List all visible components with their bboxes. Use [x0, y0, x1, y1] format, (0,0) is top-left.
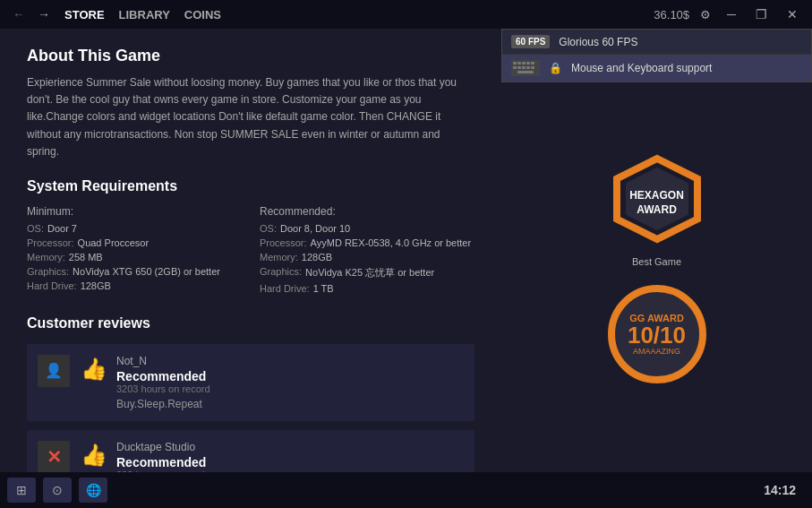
start-button[interactable]: ⊞: [7, 478, 36, 503]
svg-rect-1: [513, 62, 517, 65]
rec-mem-row: Memory: 128GB: [260, 252, 474, 263]
back-button[interactable]: ←: [9, 5, 29, 23]
rec-gpu-label: Graphics:: [260, 266, 302, 280]
svg-rect-2: [517, 62, 521, 65]
nav-library[interactable]: LIBRARY: [119, 8, 170, 22]
review-content-1: Not_N Recommended 3203 hours on record B…: [116, 355, 464, 410]
svg-rect-5: [531, 62, 534, 65]
svg-rect-4: [526, 62, 530, 65]
min-mem-row: Memory: 258 MB: [27, 252, 242, 263]
nav-coins[interactable]: COINS: [184, 8, 221, 22]
sysreq-title: System Requirements: [27, 178, 474, 194]
reviews-title: Customer reviews: [27, 315, 474, 331]
minimum-label: Minimum:: [27, 205, 242, 218]
search-button[interactable]: ⊙: [43, 478, 72, 503]
rec-os-label: OS:: [260, 223, 277, 234]
rec-proc-value: AyyMD REX-0538, 4.0 GHz or better: [311, 237, 472, 248]
svg-rect-10: [531, 66, 534, 69]
start-icon: ⊞: [16, 483, 27, 497]
thumb-up-icon-1: 👍: [81, 357, 107, 382]
review-avatar-1: 👤: [38, 355, 70, 387]
keyboard-icon: [511, 60, 540, 76]
sysreq-grid: Minimum: OS: Door 7 Processor: Quad Proc…: [27, 205, 474, 297]
fps-row: 60 FPS Glorious 60 FPS: [502, 30, 811, 55]
min-gpu-value: NoVidya XTG 650 (2GB) or better: [73, 266, 220, 277]
review-card-1: 👤 👍 Not_N Recommended 3203 hours on reco…: [27, 344, 474, 421]
about-title: About This Game: [27, 47, 474, 65]
min-hdd-value: 128GB: [81, 280, 111, 291]
minimum-col: Minimum: OS: Door 7 Processor: Quad Proc…: [27, 205, 242, 297]
price-display: 36.10$: [654, 8, 689, 22]
maximize-button[interactable]: ❐: [750, 5, 773, 23]
hexagon-award-text: HEXAGONAWARD: [629, 189, 684, 217]
keyboard-row: 🔒 Mouse and Keyboard support: [502, 55, 811, 82]
svg-rect-6: [513, 66, 517, 69]
min-proc-row: Processor: Quad Proccesor: [27, 237, 242, 248]
right-panel: 60 FPS Glorious 60 FPS: [501, 29, 812, 472]
review-body-1: 👍 Not_N Recommended 3203 hours on record…: [81, 355, 464, 410]
min-os-label: OS:: [27, 223, 44, 234]
rec-mem-value: 128GB: [302, 252, 332, 263]
review-recommended-2: Recommended: [116, 455, 464, 469]
min-hdd-label: Hard Drive:: [27, 280, 77, 291]
gg-score: 10/10: [628, 323, 686, 347]
taskbar: ⊞ ⊙ 🌐 14:12: [0, 472, 812, 508]
globe-button[interactable]: 🌐: [79, 478, 107, 503]
rec-gpu-value: NoVidya K25 忘忧草 or better: [305, 266, 434, 280]
hexagon-award: HEXAGONAWARD Best Game: [608, 154, 706, 267]
min-hdd-row: Hard Drive: 128GB: [27, 280, 242, 291]
svg-rect-8: [522, 66, 526, 69]
thumb-up-icon-2: 👍: [81, 443, 107, 468]
fps-badge: 60 FPS: [511, 35, 550, 48]
settings-icon[interactable]: ⚙: [700, 8, 711, 22]
recommended-col: Recommended: OS: Door 8, Door 10 Process…: [260, 205, 474, 297]
titlebar-left: ← → STORE LIBRARY COINS: [9, 5, 221, 23]
review-avatar-2: ✕: [38, 441, 70, 472]
rec-proc-label: Processor:: [260, 237, 307, 248]
min-gpu-row: Graphics: NoVidya XTG 650 (2GB) or bette…: [27, 266, 242, 277]
svg-rect-11: [517, 71, 534, 73]
review-hours-1: 3203 hours on record: [116, 383, 464, 394]
rec-hdd-label: Hard Drive:: [260, 283, 310, 294]
nav-menu: STORE LIBRARY COINS: [64, 8, 221, 22]
recommended-label: Recommended:: [260, 205, 474, 218]
review-text-1: Buy.Sleep.Repeat: [116, 398, 464, 410]
gg-award: GG AWARD 10/10 AMAAAZING: [608, 285, 706, 383]
rec-hdd-row: Hard Drive: 1 TB: [260, 283, 474, 294]
nav-store[interactable]: STORE: [64, 8, 105, 22]
min-proc-value: Quad Proccesor: [78, 237, 149, 248]
minimize-button[interactable]: ─: [722, 5, 741, 23]
rec-proc-row: Processor: AyyMD REX-0538, 4.0 GHz or be…: [260, 237, 474, 248]
hexagon-shape: HEXAGONAWARD: [608, 154, 706, 253]
rec-mem-label: Memory:: [260, 252, 298, 263]
search-icon: ⊙: [52, 483, 63, 497]
forward-button[interactable]: →: [34, 5, 54, 23]
fps-text: Glorious 60 FPS: [559, 36, 637, 48]
min-os-row: OS: Door 7: [27, 223, 242, 234]
min-mem-label: Memory:: [27, 252, 65, 263]
keyboard-support-text: Mouse and Keyboard support: [571, 62, 712, 74]
rec-os-row: OS: Door 8, Door 10: [260, 223, 474, 234]
window-controls: ─ ❐ ✕: [722, 5, 803, 23]
nav-controls: ← →: [9, 5, 54, 23]
overlay-panel: 60 FPS Glorious 60 FPS: [501, 29, 812, 82]
rec-hdd-value: 1 TB: [313, 283, 334, 294]
close-button[interactable]: ✕: [782, 5, 803, 23]
gg-subtitle: AMAAAZING: [633, 347, 680, 356]
main-content: About This Game Expierience Summer Sale …: [0, 29, 812, 472]
min-mem-value: 258 MB: [69, 252, 103, 263]
review-card-2: ✕ 👍 Ducktape Studio Recommended 202 hour…: [27, 430, 474, 472]
min-gpu-label: Graphics:: [27, 266, 69, 277]
taskbar-time: 14:12: [764, 483, 805, 497]
svg-rect-3: [522, 62, 526, 65]
svg-rect-9: [526, 66, 530, 69]
min-proc-label: Processor:: [27, 237, 74, 248]
titlebar-right: 36.10$ ⚙ ─ ❐ ✕: [654, 5, 803, 23]
review-recommended-1: Recommended: [116, 369, 464, 383]
review-username-2: Ducktape Studio: [116, 441, 464, 453]
globe-icon: 🌐: [86, 483, 101, 497]
awards-area: HEXAGONAWARD Best Game GG AWARD 10/10 AM…: [510, 145, 803, 392]
game-description: Expierience Summer Sale without loosing …: [27, 74, 474, 160]
review-body-2: 👍 Ducktape Studio Recommended 202 hours …: [81, 441, 464, 472]
taskbar-left: ⊞ ⊙ 🌐: [7, 478, 107, 503]
